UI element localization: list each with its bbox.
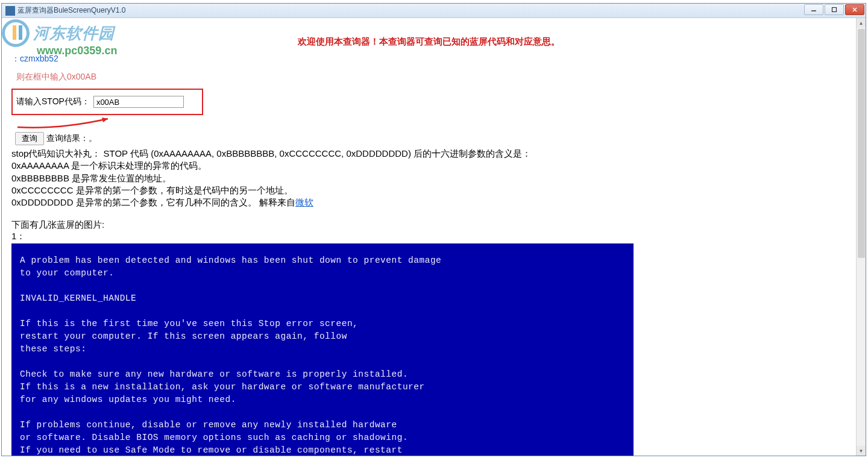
vertical-scrollbar[interactable]: ▲ ▼ (856, 18, 866, 456)
bsod-screenshot: A problem has been detected and windows … (11, 243, 634, 456)
window-title: 蓝屏查询器BuleScreenQueryV1.0 (17, 5, 125, 16)
client-area: 河东软件园 www.pc0359.cn ▲ ▼ 欢迎使用本查询器！本查询器可查询… (2, 18, 866, 456)
author-line: ：czmxbb52 (11, 54, 846, 64)
page-content: 欢迎使用本查询器！本查询器可查询已知的蓝屏代码和对应意思。 ：czmxbb52 … (2, 18, 856, 456)
microsoft-link[interactable]: 微软 (295, 197, 313, 207)
app-window: 蓝屏查询器BuleScreenQueryV1.0 河东软件园 (1, 3, 866, 456)
query-row: 查询 查询结果：。 (15, 132, 846, 145)
explain-line-2: 0xAAAAAAAA 是一个标识未处理的异常的代码。 (11, 160, 846, 172)
annotation-arrow-icon (11, 116, 114, 130)
stop-code-input[interactable] (93, 96, 184, 108)
explain-line-5: 0xDDDDDDDD 是异常的第二个参数，它有几种不同的含义。 解释来自微软 (11, 196, 846, 209)
stop-code-explanation: stop代码知识大补丸： STOP 代码 (0xAAAAAAAA, 0xBBBB… (11, 148, 846, 209)
bsod-image-section: 下面有几张蓝屏的图片: 1： A problem has been detect… (11, 219, 846, 456)
input-hint: 则在框中输入0x00AB (16, 72, 846, 83)
close-button[interactable] (845, 4, 864, 15)
scroll-up-button[interactable]: ▲ (857, 18, 866, 28)
stop-code-label: 请输入STOP代码： (16, 96, 90, 107)
titlebar: 蓝屏查询器BuleScreenQueryV1.0 (2, 4, 866, 18)
explain-line-4: 0xCCCCCCCC 是异常的第一个参数，有时这是代码中的另一个地址。 (11, 184, 846, 196)
window-controls (804, 4, 864, 15)
explain-line-1: stop代码知识大补丸： STOP 代码 (0xAAAAAAAA, 0xBBBB… (11, 148, 846, 160)
maximize-button[interactable] (825, 4, 844, 15)
minimize-button[interactable] (804, 4, 823, 15)
bsod-section-heading: 下面有几张蓝屏的图片: (11, 219, 846, 231)
svg-rect-1 (832, 8, 837, 12)
stop-code-input-group: 请输入STOP代码： (11, 89, 203, 115)
welcome-text: 欢迎使用本查询器！本查询器可查询已知的蓝屏代码和对应意思。 (11, 36, 846, 48)
app-icon (5, 6, 15, 16)
scroll-thumb[interactable] (858, 29, 865, 258)
query-result-label: 查询结果：。 (46, 133, 97, 144)
scroll-down-button[interactable]: ▼ (857, 446, 866, 456)
query-button[interactable]: 查询 (15, 132, 44, 145)
explain-line-3: 0xBBBBBBBB 是异常发生位置的地址。 (11, 172, 846, 184)
bsod-image-index: 1： (11, 231, 846, 242)
